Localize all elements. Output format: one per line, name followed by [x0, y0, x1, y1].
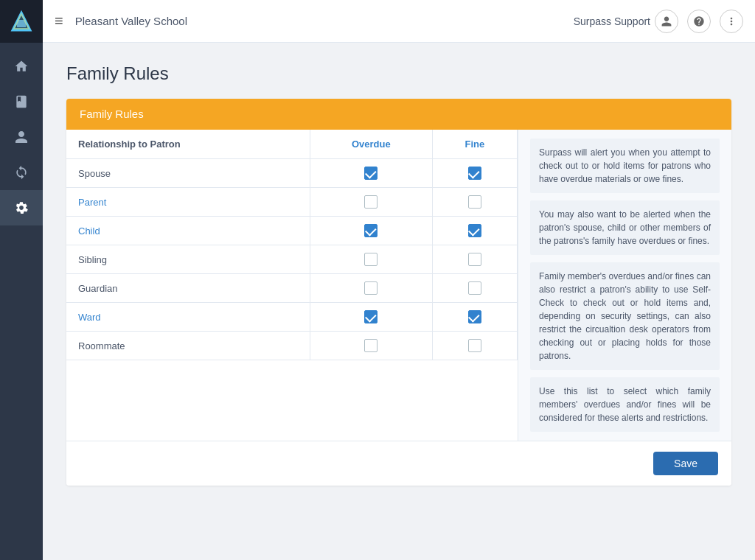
row-roommate-overdue: [310, 332, 433, 360]
user-avatar-button[interactable]: [655, 10, 678, 33]
sidebar-item-circulation[interactable]: [0, 155, 43, 190]
row-child-overdue: [310, 217, 433, 245]
main-wrapper: ≡ Pleasant Valley School Surpass Support…: [43, 0, 755, 560]
checkbox-child-fine[interactable]: [468, 224, 481, 237]
col-relationship: Relationship to Patron: [66, 130, 310, 159]
more-options-button[interactable]: [720, 10, 743, 33]
checkbox-sibling-overdue[interactable]: [364, 253, 378, 266]
row-ward-fine: [432, 303, 517, 332]
sidebar-nav: [0, 49, 43, 225]
table-row: Child: [66, 217, 518, 245]
checkbox-sibling-fine[interactable]: [468, 253, 481, 266]
row-sibling-fine: [432, 245, 517, 274]
checkbox-roommate-fine[interactable]: [468, 339, 481, 352]
support-user: Surpass Support: [574, 10, 678, 33]
row-label-child: Child: [66, 217, 310, 245]
help-button[interactable]: [687, 10, 711, 33]
col-overdue: Overdue: [310, 130, 433, 159]
row-ward-overdue: [310, 303, 433, 332]
menu-button[interactable]: ≡: [55, 13, 63, 29]
table-row: Parent: [66, 188, 518, 217]
checkbox-guardian-overdue[interactable]: [364, 281, 378, 295]
checkbox-parent-fine[interactable]: [468, 195, 481, 209]
row-label-spouse: Spouse: [66, 159, 310, 188]
row-child-fine: [432, 217, 517, 245]
table-row: Roommate: [66, 332, 518, 360]
info-box-1: Surpass will alert you when you attempt …: [530, 139, 720, 193]
info-section: Surpass will alert you when you attempt …: [518, 130, 731, 441]
school-name: Pleasant Valley School: [75, 15, 574, 27]
card-header-title: Family Rules: [80, 108, 144, 120]
checkbox-roommate-overdue[interactable]: [364, 339, 378, 352]
checkbox-spouse-overdue[interactable]: [364, 167, 378, 180]
row-roommate-fine: [432, 332, 517, 360]
table-section: Relationship to Patron Overdue Fine Spou…: [66, 130, 518, 441]
sidebar-item-settings[interactable]: [0, 190, 43, 225]
info-box-2: You may also want to be alerted when the…: [530, 200, 720, 255]
row-parent-overdue: [310, 188, 433, 217]
checkbox-guardian-fine[interactable]: [468, 281, 481, 295]
table-row: Guardian: [66, 274, 518, 303]
content-area: Family Rules Family Rules Relationship t…: [43, 43, 755, 560]
row-sibling-overdue: [310, 245, 433, 274]
row-guardian-fine: [432, 274, 517, 303]
row-label-roommate: Roommate: [66, 332, 310, 360]
checkbox-ward-overdue[interactable]: [364, 310, 378, 323]
card-body: Relationship to Patron Overdue Fine Spou…: [66, 130, 731, 441]
header: ≡ Pleasant Valley School Surpass Support: [43, 0, 755, 43]
row-label-parent: Parent: [66, 188, 310, 217]
row-label-guardian: Guardian: [66, 274, 310, 303]
family-rules-card: Family Rules Relationship to Patron Over…: [66, 99, 731, 486]
table-row: Ward: [66, 303, 518, 332]
col-fine: Fine: [432, 130, 517, 159]
app-logo: [0, 0, 43, 43]
header-right: Surpass Support: [574, 10, 743, 33]
support-user-label: Surpass Support: [574, 15, 650, 27]
row-guardian-overdue: [310, 274, 433, 303]
family-rules-table: Relationship to Patron Overdue Fine Spou…: [66, 130, 518, 360]
info-box-4: Use this list to select which family mem…: [530, 377, 720, 432]
row-parent-fine: [432, 188, 517, 217]
sidebar: [0, 0, 43, 560]
row-spouse-fine: [432, 159, 517, 188]
sidebar-item-home[interactable]: [0, 49, 43, 84]
page-title: Family Rules: [66, 63, 731, 84]
row-label-ward: Ward: [66, 303, 310, 332]
table-row: Spouse: [66, 159, 518, 188]
sidebar-item-catalog[interactable]: [0, 84, 43, 119]
checkbox-ward-fine[interactable]: [468, 310, 481, 323]
save-button[interactable]: Save: [653, 452, 718, 475]
table-header-row: Relationship to Patron Overdue Fine: [66, 130, 518, 159]
checkbox-child-overdue[interactable]: [364, 224, 378, 237]
row-label-sibling: Sibling: [66, 245, 310, 274]
checkbox-parent-overdue[interactable]: [364, 195, 378, 209]
table-row: Sibling: [66, 245, 518, 274]
sidebar-item-patrons[interactable]: [0, 119, 43, 155]
info-box-3: Family member's overdues and/or fines ca…: [530, 262, 720, 370]
card-header: Family Rules: [66, 99, 731, 130]
card-footer: Save: [66, 441, 731, 486]
checkbox-spouse-fine[interactable]: [468, 167, 481, 180]
row-spouse-overdue: [310, 159, 433, 188]
